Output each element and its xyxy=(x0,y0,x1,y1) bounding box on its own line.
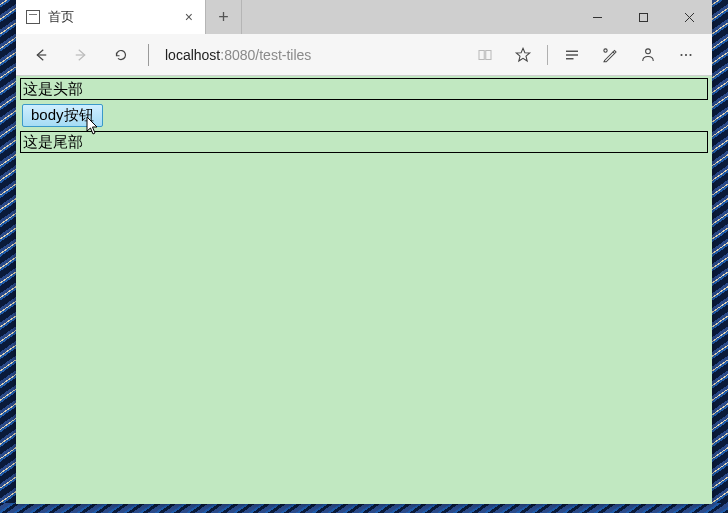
tab-bar-spacer xyxy=(242,0,574,34)
close-window-icon xyxy=(684,12,695,23)
desktop-background-bottom xyxy=(0,503,728,513)
new-tab-button[interactable]: + xyxy=(206,0,242,34)
maximize-icon xyxy=(638,12,649,23)
tab-close-button[interactable]: × xyxy=(183,10,195,24)
address-bar[interactable]: localhost:8080/test-tiles xyxy=(163,47,461,63)
svg-rect-1 xyxy=(639,13,647,21)
toolbar: localhost:8080/test-tiles xyxy=(16,34,712,76)
back-button[interactable] xyxy=(24,40,58,70)
url-path: /test-tiles xyxy=(255,47,311,63)
web-notes-button[interactable] xyxy=(592,40,628,70)
body-button[interactable]: body按钮 xyxy=(22,104,103,127)
browser-window: 首页 × + local xyxy=(16,0,712,504)
forward-icon xyxy=(72,46,90,64)
page-content: 这是头部 body按钮 这是尾部 xyxy=(16,76,712,504)
refresh-icon xyxy=(112,46,130,64)
header-text: 这是头部 xyxy=(23,80,83,97)
svg-point-13 xyxy=(689,53,691,55)
svg-point-9 xyxy=(604,48,607,51)
back-icon xyxy=(32,46,50,64)
page-icon xyxy=(26,10,40,24)
reading-list-button[interactable] xyxy=(554,40,590,70)
desktop-background-left xyxy=(0,0,16,513)
tab-active[interactable]: 首页 × xyxy=(16,0,206,34)
refresh-button[interactable] xyxy=(104,40,138,70)
tab-bar: 首页 × + xyxy=(16,0,712,34)
reading-view-button[interactable] xyxy=(467,40,503,70)
plus-icon: + xyxy=(218,7,229,28)
close-window-button[interactable] xyxy=(666,0,712,34)
svg-point-10 xyxy=(646,48,651,53)
share-button[interactable] xyxy=(630,40,666,70)
url-port: :8080 xyxy=(220,47,255,63)
svg-point-11 xyxy=(680,53,682,55)
reading-icon xyxy=(476,46,494,64)
url-host: localhost xyxy=(165,47,220,63)
more-icon xyxy=(677,46,695,64)
reading-list-icon xyxy=(563,46,581,64)
toolbar-separator xyxy=(148,44,149,66)
minimize-button[interactable] xyxy=(574,0,620,34)
actions-separator xyxy=(547,45,548,65)
favorite-icon xyxy=(514,46,532,64)
share-icon xyxy=(639,46,657,64)
header-section: 这是头部 xyxy=(20,78,708,100)
footer-text: 这是尾部 xyxy=(23,133,83,150)
more-button[interactable] xyxy=(668,40,704,70)
minimize-icon xyxy=(592,12,603,23)
favorite-button[interactable] xyxy=(505,40,541,70)
desktop-background-right xyxy=(712,0,728,513)
window-controls xyxy=(574,0,712,34)
forward-button[interactable] xyxy=(64,40,98,70)
tab-title: 首页 xyxy=(48,8,175,26)
maximize-button[interactable] xyxy=(620,0,666,34)
footer-section: 这是尾部 xyxy=(20,131,708,153)
svg-point-12 xyxy=(685,53,687,55)
toolbar-actions xyxy=(467,40,704,70)
web-notes-icon xyxy=(601,46,619,64)
